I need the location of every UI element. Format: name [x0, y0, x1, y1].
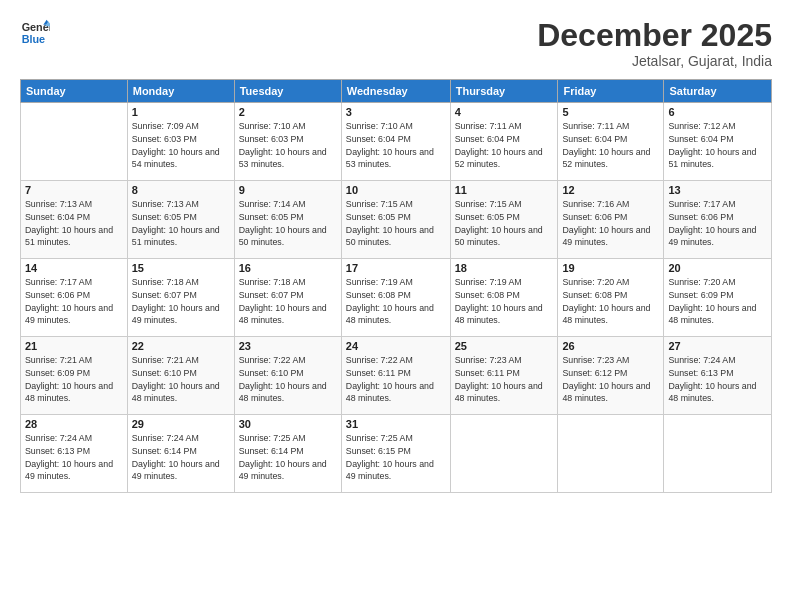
day-cell: 10Sunrise: 7:15 AMSunset: 6:05 PMDayligh…	[341, 181, 450, 259]
day-number: 15	[132, 262, 230, 274]
day-info: Sunrise: 7:25 AMSunset: 6:15 PMDaylight:…	[346, 432, 446, 483]
day-cell: 2Sunrise: 7:10 AMSunset: 6:03 PMDaylight…	[234, 103, 341, 181]
daylight-text: Daylight: 10 hours and 48 minutes.	[455, 303, 543, 326]
day-number: 1	[132, 106, 230, 118]
daylight-text: Daylight: 10 hours and 49 minutes.	[132, 303, 220, 326]
day-cell: 5Sunrise: 7:11 AMSunset: 6:04 PMDaylight…	[558, 103, 664, 181]
day-number: 16	[239, 262, 337, 274]
sunrise-text: Sunrise: 7:19 AM	[346, 277, 413, 287]
sunset-text: Sunset: 6:04 PM	[25, 212, 90, 222]
sunset-text: Sunset: 6:13 PM	[668, 368, 733, 378]
day-cell: 3Sunrise: 7:10 AMSunset: 6:04 PMDaylight…	[341, 103, 450, 181]
day-cell: 24Sunrise: 7:22 AMSunset: 6:11 PMDayligh…	[341, 337, 450, 415]
daylight-text: Daylight: 10 hours and 48 minutes.	[668, 381, 756, 404]
daylight-text: Daylight: 10 hours and 49 minutes.	[25, 459, 113, 482]
day-cell: 9Sunrise: 7:14 AMSunset: 6:05 PMDaylight…	[234, 181, 341, 259]
day-number: 13	[668, 184, 767, 196]
day-info: Sunrise: 7:20 AMSunset: 6:08 PMDaylight:…	[562, 276, 659, 327]
daylight-text: Daylight: 10 hours and 51 minutes.	[132, 225, 220, 248]
day-number: 9	[239, 184, 337, 196]
sunset-text: Sunset: 6:09 PM	[25, 368, 90, 378]
daylight-text: Daylight: 10 hours and 53 minutes.	[346, 147, 434, 170]
sunset-text: Sunset: 6:15 PM	[346, 446, 411, 456]
sunset-text: Sunset: 6:03 PM	[239, 134, 304, 144]
day-info: Sunrise: 7:13 AMSunset: 6:04 PMDaylight:…	[25, 198, 123, 249]
day-info: Sunrise: 7:18 AMSunset: 6:07 PMDaylight:…	[132, 276, 230, 327]
day-number: 24	[346, 340, 446, 352]
daylight-text: Daylight: 10 hours and 49 minutes.	[346, 459, 434, 482]
day-number: 3	[346, 106, 446, 118]
day-info: Sunrise: 7:10 AMSunset: 6:03 PMDaylight:…	[239, 120, 337, 171]
sunrise-text: Sunrise: 7:24 AM	[25, 433, 92, 443]
daylight-text: Daylight: 10 hours and 48 minutes.	[132, 381, 220, 404]
day-info: Sunrise: 7:19 AMSunset: 6:08 PMDaylight:…	[455, 276, 554, 327]
day-cell	[450, 415, 558, 493]
sunrise-text: Sunrise: 7:17 AM	[25, 277, 92, 287]
daylight-text: Daylight: 10 hours and 48 minutes.	[562, 303, 650, 326]
day-cell	[558, 415, 664, 493]
day-number: 8	[132, 184, 230, 196]
daylight-text: Daylight: 10 hours and 49 minutes.	[239, 459, 327, 482]
day-number: 5	[562, 106, 659, 118]
day-cell: 30Sunrise: 7:25 AMSunset: 6:14 PMDayligh…	[234, 415, 341, 493]
header-row: SundayMondayTuesdayWednesdayThursdayFrid…	[21, 80, 772, 103]
sunrise-text: Sunrise: 7:24 AM	[668, 355, 735, 365]
col-header-thursday: Thursday	[450, 80, 558, 103]
day-info: Sunrise: 7:12 AMSunset: 6:04 PMDaylight:…	[668, 120, 767, 171]
day-info: Sunrise: 7:17 AMSunset: 6:06 PMDaylight:…	[668, 198, 767, 249]
sunset-text: Sunset: 6:05 PM	[346, 212, 411, 222]
daylight-text: Daylight: 10 hours and 48 minutes.	[455, 381, 543, 404]
day-cell: 8Sunrise: 7:13 AMSunset: 6:05 PMDaylight…	[127, 181, 234, 259]
sunset-text: Sunset: 6:10 PM	[132, 368, 197, 378]
sunrise-text: Sunrise: 7:16 AM	[562, 199, 629, 209]
sunset-text: Sunset: 6:04 PM	[455, 134, 520, 144]
day-number: 31	[346, 418, 446, 430]
sunrise-text: Sunrise: 7:22 AM	[239, 355, 306, 365]
sunrise-text: Sunrise: 7:18 AM	[132, 277, 199, 287]
sunrise-text: Sunrise: 7:22 AM	[346, 355, 413, 365]
day-info: Sunrise: 7:23 AMSunset: 6:11 PMDaylight:…	[455, 354, 554, 405]
daylight-text: Daylight: 10 hours and 48 minutes.	[239, 303, 327, 326]
day-cell: 14Sunrise: 7:17 AMSunset: 6:06 PMDayligh…	[21, 259, 128, 337]
daylight-text: Daylight: 10 hours and 48 minutes.	[668, 303, 756, 326]
sunset-text: Sunset: 6:04 PM	[562, 134, 627, 144]
sunset-text: Sunset: 6:03 PM	[132, 134, 197, 144]
daylight-text: Daylight: 10 hours and 50 minutes.	[346, 225, 434, 248]
daylight-text: Daylight: 10 hours and 48 minutes.	[346, 381, 434, 404]
day-cell: 13Sunrise: 7:17 AMSunset: 6:06 PMDayligh…	[664, 181, 772, 259]
day-info: Sunrise: 7:23 AMSunset: 6:12 PMDaylight:…	[562, 354, 659, 405]
sunrise-text: Sunrise: 7:15 AM	[346, 199, 413, 209]
day-cell: 23Sunrise: 7:22 AMSunset: 6:10 PMDayligh…	[234, 337, 341, 415]
sunrise-text: Sunrise: 7:12 AM	[668, 121, 735, 131]
daylight-text: Daylight: 10 hours and 49 minutes.	[562, 225, 650, 248]
day-cell: 4Sunrise: 7:11 AMSunset: 6:04 PMDaylight…	[450, 103, 558, 181]
sunrise-text: Sunrise: 7:15 AM	[455, 199, 522, 209]
day-info: Sunrise: 7:21 AMSunset: 6:09 PMDaylight:…	[25, 354, 123, 405]
day-number: 29	[132, 418, 230, 430]
sunset-text: Sunset: 6:07 PM	[239, 290, 304, 300]
sunset-text: Sunset: 6:06 PM	[25, 290, 90, 300]
daylight-text: Daylight: 10 hours and 48 minutes.	[346, 303, 434, 326]
col-header-monday: Monday	[127, 80, 234, 103]
day-info: Sunrise: 7:18 AMSunset: 6:07 PMDaylight:…	[239, 276, 337, 327]
svg-text:Blue: Blue	[22, 33, 45, 45]
daylight-text: Daylight: 10 hours and 54 minutes.	[132, 147, 220, 170]
sunset-text: Sunset: 6:10 PM	[239, 368, 304, 378]
day-cell: 6Sunrise: 7:12 AMSunset: 6:04 PMDaylight…	[664, 103, 772, 181]
daylight-text: Daylight: 10 hours and 53 minutes.	[239, 147, 327, 170]
sunset-text: Sunset: 6:13 PM	[25, 446, 90, 456]
header: General Blue December 2025 Jetalsar, Guj…	[20, 18, 772, 69]
calendar-page: General Blue December 2025 Jetalsar, Guj…	[0, 0, 792, 612]
daylight-text: Daylight: 10 hours and 48 minutes.	[562, 381, 650, 404]
day-number: 6	[668, 106, 767, 118]
day-number: 4	[455, 106, 554, 118]
daylight-text: Daylight: 10 hours and 48 minutes.	[25, 381, 113, 404]
day-number: 14	[25, 262, 123, 274]
day-info: Sunrise: 7:09 AMSunset: 6:03 PMDaylight:…	[132, 120, 230, 171]
day-cell: 7Sunrise: 7:13 AMSunset: 6:04 PMDaylight…	[21, 181, 128, 259]
sunset-text: Sunset: 6:08 PM	[562, 290, 627, 300]
daylight-text: Daylight: 10 hours and 50 minutes.	[455, 225, 543, 248]
day-number: 12	[562, 184, 659, 196]
sunset-text: Sunset: 6:08 PM	[346, 290, 411, 300]
sunrise-text: Sunrise: 7:23 AM	[562, 355, 629, 365]
